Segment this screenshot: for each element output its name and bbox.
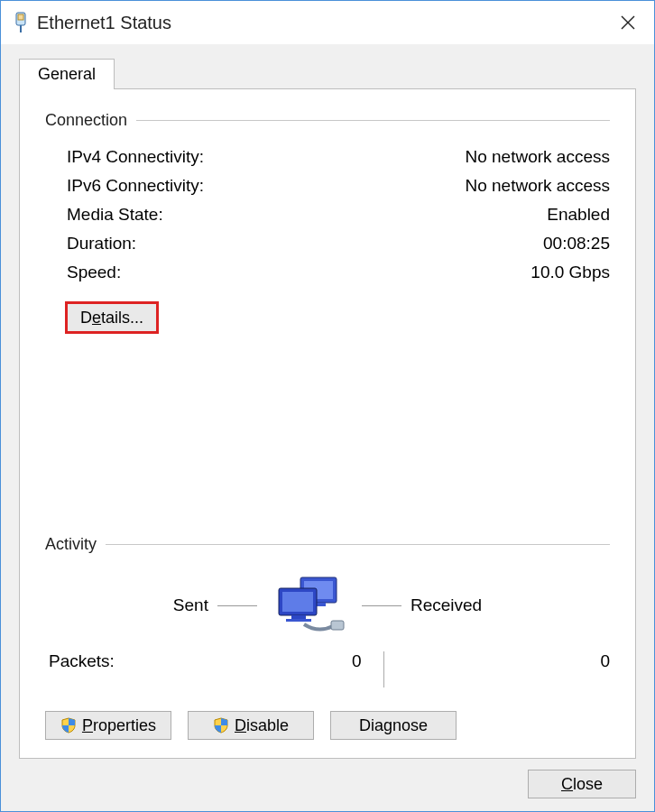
svg-rect-9: [282, 592, 313, 612]
packets-received-value: 0: [406, 651, 611, 671]
details-button-suffix: tails...: [101, 309, 143, 328]
ipv4-label: IPv4 Connectivity:: [67, 147, 204, 167]
uac-shield-icon: [60, 717, 77, 734]
disable-suffix: isable: [246, 716, 289, 734]
svg-rect-10: [291, 615, 306, 619]
row-duration: Duration: 00:08:25: [67, 234, 610, 254]
divider: [136, 120, 610, 121]
properties-accel: P: [82, 716, 93, 734]
ipv6-label: IPv6 Connectivity:: [67, 176, 204, 196]
network-computers-icon: [266, 574, 353, 637]
group-connection-label: Connection: [45, 111, 127, 130]
media-state-label: Media State:: [67, 205, 163, 225]
ipv4-value: No network access: [465, 147, 610, 167]
divider: [106, 544, 610, 545]
divider: [217, 605, 257, 606]
tab-strip: General: [19, 55, 636, 89]
window-close-button[interactable]: [607, 8, 649, 37]
divider: [362, 605, 401, 606]
disable-accel: D: [235, 716, 246, 734]
speed-label: Speed:: [67, 263, 121, 282]
properties-button[interactable]: Properties: [45, 711, 171, 740]
row-media-state: Media State: Enabled: [67, 205, 610, 225]
diagnose-suffix: nose: [392, 716, 428, 734]
svg-rect-12: [331, 621, 344, 630]
svg-rect-1: [18, 14, 23, 20]
close-suffix: lose: [573, 775, 603, 793]
group-activity: Activity: [45, 535, 610, 554]
diagnose-prefix: Dia: [359, 716, 383, 734]
diagnose-button[interactable]: Diagnose: [330, 711, 457, 740]
row-ipv6: IPv6 Connectivity: No network access: [67, 176, 610, 196]
properties-suffix: roperties: [93, 716, 156, 734]
ethernet-icon: [14, 12, 28, 33]
row-speed: Speed: 10.0 Gbps: [67, 263, 610, 282]
activity-graphic: Sent: [45, 574, 610, 637]
client-area: General Connection IPv4 Connectivity: No…: [1, 44, 654, 811]
group-connection: Connection: [45, 111, 610, 130]
close-button[interactable]: Close: [528, 770, 636, 798]
duration-value: 00:08:25: [543, 234, 610, 254]
received-label: Received: [411, 595, 482, 615]
sent-label: Sent: [173, 595, 208, 615]
ethernet-status-window: Ethernet1 Status General Connection IPv4…: [0, 0, 655, 812]
row-ipv4: IPv4 Connectivity: No network access: [67, 147, 610, 167]
details-button-accel: e: [92, 309, 101, 328]
packets-label: Packets:: [49, 651, 157, 671]
dialog-footer: Close: [19, 759, 636, 798]
close-accel: C: [561, 775, 573, 793]
uac-shield-icon: [213, 717, 229, 734]
speed-value: 10.0 Gbps: [530, 263, 610, 282]
disable-button[interactable]: Disable: [188, 711, 314, 740]
title-bar: Ethernet1 Status: [1, 1, 654, 44]
packets-sent-value: 0: [157, 651, 362, 671]
svg-rect-11: [286, 619, 311, 622]
ipv6-value: No network access: [465, 176, 610, 196]
media-state-value: Enabled: [547, 205, 610, 225]
action-button-row: Properties Disable: [45, 711, 610, 740]
row-packets: Packets: 0 0: [45, 651, 610, 687]
window-title: Ethernet1 Status: [37, 13, 607, 33]
duration-label: Duration:: [67, 234, 136, 254]
group-activity-label: Activity: [45, 535, 97, 554]
details-button-prefix: D: [80, 309, 92, 328]
tab-panel-general: Connection IPv4 Connectivity: No network…: [19, 88, 636, 759]
divider: [383, 651, 384, 687]
tab-general[interactable]: General: [19, 59, 115, 89]
diagnose-accel: g: [383, 716, 392, 734]
details-button[interactable]: Details...: [67, 303, 157, 332]
